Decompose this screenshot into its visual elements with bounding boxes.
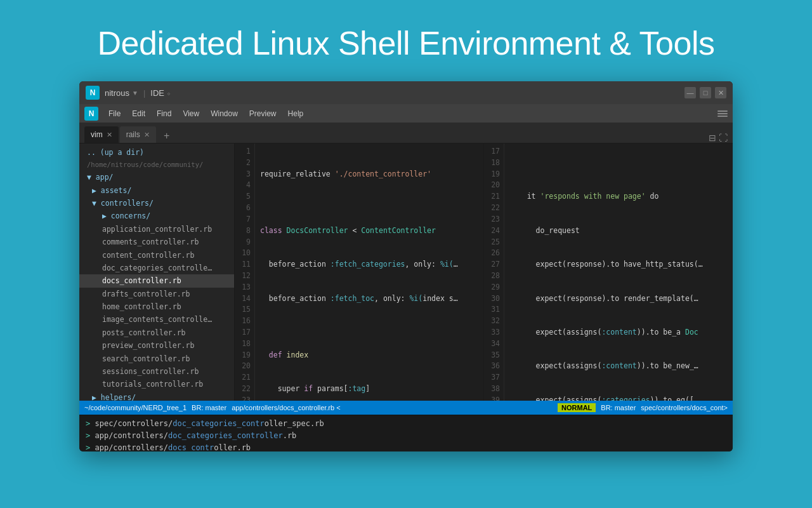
code-lines-left: require_relative './content_controller' …	[255, 144, 483, 401]
tab-rails-label: rails	[126, 130, 140, 139]
tab-rails[interactable]: rails ✕	[120, 126, 156, 143]
tree-application-controller[interactable]: application_controller.rb	[79, 223, 234, 236]
tree-controllers[interactable]: ▼ controllers/	[79, 197, 234, 210]
titlebar-ide[interactable]: IDE ⬦	[150, 88, 171, 98]
menu-help[interactable]: Help	[283, 107, 309, 120]
ide-label: IDE	[150, 88, 164, 98]
tree-posts-controller[interactable]: posts_controller.rb	[79, 326, 234, 339]
statusbar-branch1: BR: master	[192, 404, 226, 411]
menubar: N File Edit Find View Window Preview Hel…	[79, 104, 733, 123]
menu-view[interactable]: View	[178, 107, 204, 120]
minimize-button[interactable]: —	[684, 87, 696, 98]
hero-section: Dedicated Linux Shell Environment & Tool…	[0, 0, 812, 81]
tab-rails-close[interactable]: ✕	[144, 131, 150, 138]
tab-vim-label: vim	[91, 130, 103, 139]
titlebar: N nitrous ▼ | IDE ⬦ — □ ✕	[79, 81, 733, 104]
tree-concerns[interactable]: ▶ concerns/	[79, 210, 234, 222]
code-content-right[interactable]: 1718192021 2223242526 2728293031 3233343…	[484, 144, 733, 401]
code-content-left[interactable]: 12345 678910 1112131415 1617181920 21222…	[235, 144, 483, 401]
statusbar-file1: app/controllers/docs_controller.rb <	[232, 404, 341, 411]
tree-home-controller[interactable]: home_controller.rb	[79, 300, 234, 313]
code-area: 12345 678910 1112131415 1617181920 21222…	[235, 144, 733, 401]
hamburger-icon[interactable]	[717, 109, 728, 119]
statusbar-right: NORMAL BR: master spec/controllers/docs_…	[558, 403, 728, 412]
tree-path: /home/nitrous/code/community/	[79, 159, 234, 171]
tab-split-icon[interactable]: ⊟	[709, 133, 716, 143]
tree-docs-controller[interactable]: docs_controller.rb	[79, 274, 234, 287]
terminal-line-1: > spec/controllers/doc_categories_contro…	[86, 418, 726, 430]
titlebar-app[interactable]: nitrous ▼	[105, 88, 138, 98]
tree-app[interactable]: ▼ app/	[79, 171, 234, 184]
tabbar: vim ✕ rails ✕ + ⊟ ⛶	[79, 123, 733, 144]
terminal[interactable]: > spec/controllers/doc_categories_contro…	[79, 415, 733, 451]
code-panel-right: 1718192021 2223242526 2728293031 3233343…	[483, 144, 733, 401]
tree-up-dir[interactable]: .. (up a dir)	[79, 146, 234, 159]
menu-file[interactable]: File	[103, 107, 126, 120]
tab-add-button[interactable]: +	[160, 129, 174, 143]
tree-image-controller[interactable]: image_contents_controlle…	[79, 313, 234, 326]
main-layout: .. (up a dir) /home/nitrous/code/communi…	[79, 144, 733, 401]
statusbar-left: ~/code/community/NERD_tree_1 BR: master …	[84, 404, 341, 411]
titlebar-controls: — □ ✕	[684, 87, 726, 98]
tree-drafts-controller[interactable]: drafts_controller.rb	[79, 288, 234, 300]
maximize-button[interactable]: □	[700, 87, 711, 98]
statusbar-branch2: BR: master	[601, 404, 636, 411]
menu-preview[interactable]: Preview	[244, 107, 282, 120]
tree-content-controller[interactable]: content_controller.rb	[79, 249, 234, 262]
code-lines-right: it 'responds with new page' do do_reques…	[504, 144, 733, 401]
terminal-line-2: > app/controllers/doc_categories_control…	[86, 430, 726, 442]
tree-helpers[interactable]: ▶ helpers/	[79, 391, 234, 401]
statusbar: ~/code/community/NERD_tree_1 BR: master …	[79, 401, 733, 415]
close-button[interactable]: ✕	[715, 87, 726, 98]
menu-logo: N	[84, 107, 98, 121]
menu-window[interactable]: Window	[206, 107, 243, 120]
tab-expand-icon[interactable]: ⛶	[719, 133, 728, 143]
tree-preview-controller[interactable]: preview_controller.rb	[79, 339, 234, 352]
tree-doc-categories-controller[interactable]: doc_categories_controlle…	[79, 262, 234, 274]
app-arrow: ▼	[132, 90, 138, 97]
tab-vim[interactable]: vim ✕	[84, 126, 119, 143]
line-numbers-right: 1718192021 2223242526 2728293031 3233343…	[484, 144, 504, 401]
code-panel-left: 12345 678910 1112131415 1617181920 21222…	[235, 144, 483, 401]
ide-window: N nitrous ▼ | IDE ⬦ — □ ✕ N File Edit Fi…	[79, 81, 733, 451]
ide-arrow: ⬦	[167, 90, 171, 97]
titlebar-divider: |	[143, 88, 145, 98]
line-numbers-left: 12345 678910 1112131415 1617181920 21222…	[235, 144, 255, 401]
vim-mode-badge: NORMAL	[558, 403, 596, 412]
tree-comments-controller[interactable]: comments_controller.rb	[79, 236, 234, 248]
tree-assets[interactable]: ▶ assets/	[79, 184, 234, 197]
tree-search-controller[interactable]: search_controller.rb	[79, 352, 234, 365]
terminal-line-3: > app/controllers/docs_controller.rb	[86, 442, 726, 451]
tab-controls: ⊟ ⛶	[709, 133, 728, 143]
menu-edit[interactable]: Edit	[127, 107, 150, 120]
app-name: nitrous	[105, 88, 129, 98]
statusbar-path: ~/code/community/NERD_tree_1	[84, 404, 187, 411]
menu-find[interactable]: Find	[152, 107, 176, 120]
hero-title: Dedicated Linux Shell Environment & Tool…	[0, 0, 812, 81]
filetree[interactable]: .. (up a dir) /home/nitrous/code/communi…	[79, 144, 235, 401]
tab-vim-close[interactable]: ✕	[107, 131, 112, 138]
tree-sessions-controller[interactable]: sessions_controller.rb	[79, 365, 234, 378]
titlebar-logo: N	[86, 86, 100, 100]
statusbar-file2: spec/controllers/docs_cont>	[641, 404, 728, 411]
tree-tutorials-controller[interactable]: tutorials_controller.rb	[79, 378, 234, 391]
